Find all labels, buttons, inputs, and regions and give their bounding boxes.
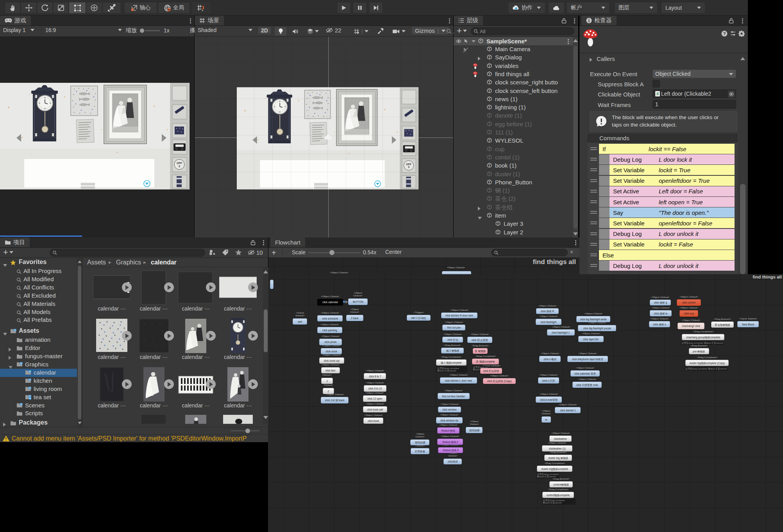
hierarchy-menu-icon[interactable] [574,18,575,24]
flowchart-block[interactable]: click 日历背景 note [572,382,602,388]
hidden-count-toggle[interactable]: 10 [247,249,263,256]
scene-tab[interactable]: 场景 [195,16,224,25]
flowchart-block[interactable]: clickfeather [549,436,572,442]
hierarchy-search-input[interactable]: All [471,27,574,35]
flowchart-canvas[interactable]: find things all <Object Clicked><ObjectC… [268,274,783,532]
flowchart-block[interactable]: chachang group拖移complete [682,334,724,340]
crumb-graphics[interactable]: Graphics [116,259,141,266]
sprite-play-icon[interactable] [248,331,258,341]
flowchart-block[interactable]: click大note背景 [536,396,562,403]
project-folder-fungus-master[interactable]: fungus-master [0,352,77,361]
presets-icon[interactable] [730,30,736,37]
flowchart-block[interactable]: click kitchen L door new [440,377,477,384]
search-by-type-icon[interactable] [209,249,215,256]
search-by-label-icon[interactable] [222,249,229,256]
command-drag-handle[interactable] [590,197,597,207]
flowchart-block[interactable]: click calendar [317,299,343,305]
hierarchy-lock-icon[interactable] [561,18,567,23]
project-folder-Scripts[interactable]: Scripts [0,409,77,418]
hierarchy-item[interactable]: variables [454,62,573,70]
project-folder-tea-set[interactable]: tea set [0,393,77,402]
scene-camera-dropdown[interactable] [389,27,409,36]
command-drag-handle[interactable] [590,250,597,260]
scene-tools-button[interactable] [374,27,387,36]
flowchart-block[interactable]: duster big 被拖移 [544,455,572,461]
hierarchy-item[interactable]: clock scense_right butto [454,79,573,87]
flowchart-block[interactable]: click big flashlight purple [578,325,616,331]
transform-tool-button[interactable] [86,2,102,14]
favorites-item[interactable]: All Prefabs [0,316,77,324]
command-row[interactable]: Set Activeleft oopen = True [599,197,735,207]
flowchart-tab[interactable]: Flowchart [270,237,305,247]
project-folder-kitchen[interactable]: kitchen [0,377,77,385]
flowchart-block[interactable]: find out tea Canister [438,393,470,399]
command-row[interactable]: Say"The door is open." [599,207,735,218]
scene-effects-dropdown[interactable] [304,27,322,36]
suppress-block-checkbox[interactable] [652,80,660,87]
scene-header-row[interactable]: SampleScene* [454,37,573,45]
scene-audio-button[interactable] [290,27,301,36]
command-drag-handle[interactable] [590,154,597,164]
favorites-root[interactable]: Favorites [0,259,77,267]
sprite-play-icon[interactable] [164,331,174,341]
scale-tool-button[interactable] [53,2,69,14]
command-drag-handle[interactable] [590,165,597,175]
flowchart-block[interactable]: click ben [321,367,340,373]
scene-row-menu-icon[interactable] [568,38,569,45]
collab-button[interactable]: 协作 [508,2,545,14]
gear-icon[interactable] [738,30,745,37]
flowchart-block[interactable]: 蛋 被拖移 [473,348,488,354]
hierarchy-item[interactable]: egg before (1) [454,120,573,129]
search-clear-icon[interactable]: × [570,249,573,255]
hierarchy-item[interactable]: 茶仓组 [454,204,573,212]
flowchart-block[interactable]: click 抽屉 s [649,321,670,327]
flowchart-block[interactable]: click photo [319,339,342,345]
inspector-scrollbar[interactable] [738,53,747,274]
flowchart-block[interactable]: 2 back [346,315,363,321]
asset-tile[interactable]: calendar ··· [93,269,130,312]
sprite-play-icon[interactable] [122,379,132,389]
flowchart-block[interactable]: click 灶台按钮 (Copy) [483,378,516,384]
play-button[interactable] [337,2,351,14]
flowchart-block[interactable]: findout 报纸 [437,427,459,434]
favorites-item[interactable]: All Models [0,308,77,316]
asset-tile[interactable]: calendar ··· [93,317,130,360]
crumb-calendar[interactable]: calendar [151,259,177,266]
hierarchy-item[interactable]: lightning (1) [454,104,573,112]
command-drag-handle[interactable] [590,229,597,239]
favorites-item[interactable]: All Excluded [0,292,77,300]
favorites-star-icon[interactable] [235,249,242,256]
flowchart-block[interactable]: control被拖移 [549,481,573,487]
flowchart-block[interactable]: click 8 to 7 [364,373,386,379]
scene-lighting-button[interactable] [275,27,286,36]
hierarchy-item[interactable]: Main Camera [454,45,573,54]
flowchart-block[interactable]: click painting [317,327,342,333]
flowchart-block[interactable]: click l灶台背景 [467,337,492,343]
hierarchy-item[interactable]: clock scense_left button [454,87,573,95]
flowchart-block[interactable]: duster big拖移complete [537,466,572,472]
asset-tile[interactable]: calendar ··· [219,269,257,312]
rotate-tool-button[interactable] [37,2,53,14]
command-drag-handle[interactable] [590,176,597,186]
hierarchy-item[interactable]: WYLESOL [454,137,573,145]
flowchart-block[interactable] [270,280,274,289]
step-button[interactable] [369,2,383,14]
hierarchy-item[interactable]: news (1) [454,95,573,104]
crumb-assets[interactable]: Assets [87,259,106,266]
command-row[interactable]: Debug LogL door lock it [599,154,735,164]
project-folder-animation[interactable]: animation [0,336,77,344]
asset-tile[interactable] [219,414,257,424]
hierarchy-item[interactable]: contol (1) [454,154,573,162]
draw-mode-dropdown[interactable]: Shaded [198,27,252,33]
clickable-object-field[interactable]: #Left door (Clickable2 [652,89,736,98]
asset-tile[interactable]: calendar ··· [135,317,173,360]
flowchart-block[interactable]: click 5 to 12 [364,385,386,392]
sprite-play-icon[interactable] [122,331,132,341]
flowchart-block[interactable]: BUTTON [348,298,368,305]
command-drag-handle[interactable] [590,186,597,196]
asset-tile[interactable]: calendar ··· [219,366,257,409]
hierarchy-item[interactable]: Layer 3 [454,220,573,228]
command-row[interactable]: Debug LogL door unlock it [599,229,735,239]
project-menu-icon[interactable] [263,239,264,246]
asset-tile[interactable]: calendar ··· [219,317,257,360]
